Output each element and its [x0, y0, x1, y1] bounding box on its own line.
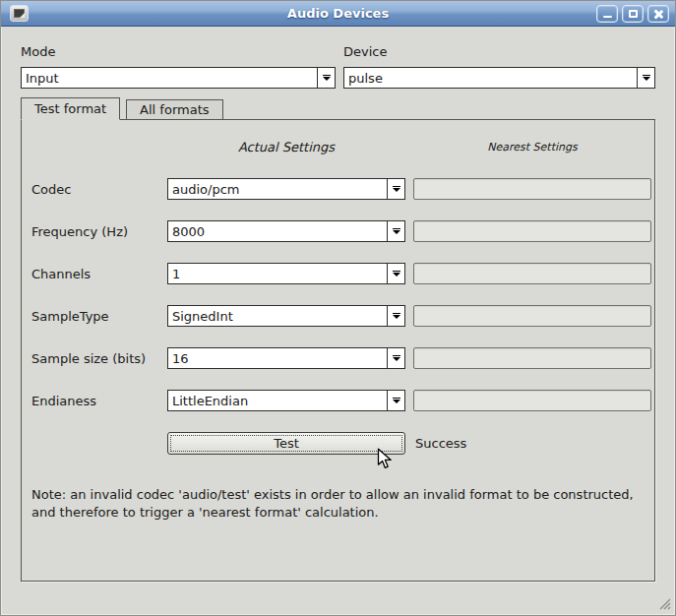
- device-select-value: pulse: [348, 71, 383, 86]
- minimize-button[interactable]: [596, 5, 618, 23]
- device-label: Device: [343, 44, 655, 60]
- frequency-label: Frequency (Hz): [31, 221, 159, 242]
- column-headers: Actual Settings Nearest Settings: [22, 138, 654, 155]
- device-field-group: Device pulse: [343, 44, 655, 89]
- sample-type-select[interactable]: SignedInt: [167, 305, 405, 327]
- chevron-down-icon: [387, 264, 404, 283]
- sample-size-label: Sample size (bits): [31, 348, 159, 369]
- mode-select[interactable]: Input: [21, 67, 336, 89]
- test-button[interactable]: Test: [167, 432, 405, 455]
- note-line-1: Note: an invalid codec 'audio/test' exis…: [31, 486, 654, 504]
- nearest-sample-size-field: [413, 347, 651, 369]
- nearest-endianess-field: [413, 390, 651, 411]
- close-button[interactable]: [647, 5, 669, 23]
- channels-label: Channels: [31, 264, 159, 284]
- close-icon: [653, 9, 664, 20]
- maximize-button[interactable]: [622, 5, 644, 23]
- tab-test-format[interactable]: Test format: [21, 97, 120, 120]
- nearest-frequency-field: [413, 220, 651, 242]
- endianess-select-value: LittleEndian: [172, 394, 248, 408]
- codec-label: Codec: [31, 179, 159, 200]
- chevron-down-icon: [387, 179, 404, 199]
- channels-row: Channels 1: [22, 263, 654, 284]
- tab-all-formats[interactable]: All formats: [126, 99, 222, 119]
- window-title: Audio Devices: [287, 6, 389, 21]
- note-text: Note: an invalid codec 'audio/test' exis…: [31, 486, 654, 522]
- chevron-down-icon: [387, 306, 404, 326]
- maximize-icon: [629, 10, 638, 18]
- sample-type-select-value: SignedInt: [172, 309, 233, 324]
- actual-settings-header: Actual Settings: [167, 140, 405, 154]
- sample-size-select[interactable]: 16: [167, 347, 405, 369]
- endianess-label: Endianess: [31, 391, 159, 411]
- mode-label: Mode: [21, 44, 336, 60]
- audio-devices-window: Audio Devices Mode Input: [0, 0, 676, 616]
- frequency-row: Frequency (Hz) 8000: [22, 220, 654, 242]
- chevron-down-icon: [637, 68, 654, 88]
- window-menu-icon: [14, 9, 25, 18]
- window-menu-button[interactable]: [10, 5, 29, 22]
- test-status-text: Success: [413, 436, 651, 451]
- chevron-down-icon: [317, 68, 335, 88]
- endianess-row: Endianess LittleEndian: [22, 390, 654, 411]
- sample-size-select-value: 16: [172, 351, 189, 366]
- codec-row: Codec audio/pcm: [22, 178, 654, 200]
- sample-type-row: SampleType SignedInt: [22, 305, 654, 327]
- minimize-icon: [603, 16, 612, 19]
- codec-select[interactable]: audio/pcm: [167, 178, 405, 200]
- mode-device-form: Mode Input Device pulse: [21, 44, 655, 89]
- window-controls: [596, 5, 669, 23]
- resize-grip[interactable]: [657, 596, 671, 610]
- chevron-down-icon: [387, 221, 404, 241]
- channels-select-value: 1: [172, 267, 180, 281]
- dialog-content: Mode Input Device pulse Test format All …: [1, 27, 675, 615]
- test-row: Test Success: [22, 432, 654, 455]
- sample-type-label: SampleType: [31, 306, 159, 327]
- chevron-down-icon: [387, 391, 404, 410]
- nearest-sample-type-field: [413, 305, 651, 327]
- channels-select[interactable]: 1: [167, 263, 405, 284]
- mode-select-value: Input: [26, 71, 59, 86]
- endianess-select[interactable]: LittleEndian: [167, 390, 405, 411]
- codec-select-value: audio/pcm: [172, 182, 239, 197]
- tab-bar: Test format All formats: [21, 97, 655, 119]
- device-select[interactable]: pulse: [343, 67, 655, 89]
- nearest-settings-header: Nearest Settings: [413, 141, 651, 154]
- test-format-panel: Actual Settings Nearest Settings Codec a…: [21, 119, 655, 582]
- nearest-codec-field: [413, 178, 651, 200]
- frequency-select-value: 8000: [172, 224, 205, 239]
- note-line-2: and therefore to trigger a 'nearest form…: [31, 504, 654, 522]
- sample-size-row: Sample size (bits) 16: [22, 347, 654, 369]
- chevron-down-icon: [387, 348, 404, 368]
- titlebar: Audio Devices: [1, 1, 675, 27]
- nearest-channels-field: [413, 263, 651, 284]
- mode-field-group: Mode Input: [21, 44, 336, 89]
- frequency-select[interactable]: 8000: [167, 220, 405, 242]
